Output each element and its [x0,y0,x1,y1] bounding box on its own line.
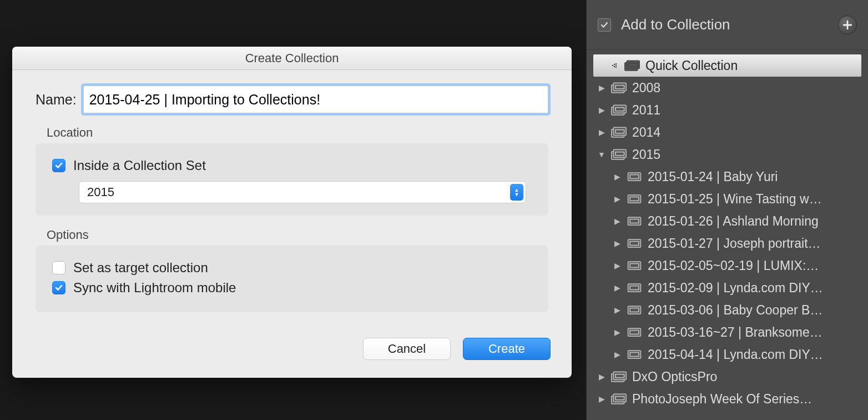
tree-item-label: 2015-01-24 | Baby Yuri [648,169,778,184]
collection-row[interactable]: ▶ 2015-02-09 | Lynda.com DIY… [593,277,861,299]
select-arrows-icon: ▲▼ [510,184,523,201]
collection-row[interactable]: ▶ 2015-03-16~27 | Branksome… [593,321,861,343]
create-button[interactable]: Create [463,338,551,360]
collection-row[interactable]: ▶ 2015-01-27 | Joseph portrait… [593,232,861,254]
collection-set-icon [611,149,627,160]
disclosure-triangle-icon[interactable]: ▶ [598,106,605,114]
svg-point-5 [615,67,617,68]
tree-item-label: Quick Collection [645,58,738,73]
disclosure-triangle-icon[interactable]: ▶ [613,283,621,292]
checkmark-icon [600,21,609,29]
tree-item-label: 2011 [632,103,660,118]
disclosure-triangle-icon[interactable]: ▶ [613,239,621,248]
disclosure-triangle-icon[interactable]: ▶ [613,261,621,270]
dialog-title: Create Collection [12,47,572,70]
select-value: 2015 [87,185,114,199]
tree-item-label: 2015-03-16~27 | Branksome… [648,325,822,340]
tree-item-label: PhotoJoseph Week Of Series… [632,392,812,407]
disclosure-triangle-icon[interactable]: ▶ [613,194,621,203]
collection-set-select[interactable]: 2015 ▲▼ [79,181,526,203]
cancel-button[interactable]: Cancel [363,338,451,360]
inside-collection-set-label: Inside a Collection Set [73,158,206,173]
sync-mobile-label: Sync with Lightroom mobile [73,280,236,296]
collection-icon [627,282,642,293]
tree-item-label: 2015-02-05~02-19 | LUMIX:… [648,258,819,273]
checkmark-icon [54,161,63,170]
add-to-collection-checkbox[interactable] [598,18,611,32]
tree-item-label: 2015 [632,147,660,162]
collection-icon [627,193,642,204]
tree-item-label: 2015-02-09 | Lynda.com DIY… [648,281,823,296]
collection-icon [627,238,642,249]
disclosure-triangle-icon[interactable]: ▼ [598,150,605,159]
disclosure-triangle-icon[interactable]: ▶ [613,350,621,359]
disclosure-triangle-icon[interactable]: ▶ [613,306,621,314]
collection-name-input[interactable] [83,86,548,113]
tree-item-label: 2015-04-14 | Lynda.com DIY… [648,347,823,362]
disclosure-triangle-icon[interactable]: ▶ [598,83,605,92]
options-group: Set as target collection Sync with Light… [36,246,548,312]
collection-set-row[interactable]: ▼ 2015 [593,143,861,166]
collection-set-row[interactable]: ▶ 2011 [593,99,861,121]
collection-set-icon [624,60,640,71]
collection-set-icon [611,371,627,382]
collection-icon [627,304,642,316]
disclosure-triangle-icon[interactable]: ▶ [613,328,621,337]
collection-row[interactable]: ▶ 2015-02-05~02-19 | LUMIX:… [593,254,861,277]
svg-point-1 [614,64,615,65]
plus-icon [842,20,852,30]
target-collection-label: Set as target collection [73,260,208,276]
create-collection-dialog: Create Collection Name: Location Inside … [12,47,572,378]
tree-item-label: 2015-01-26 | Ashland Morning [648,214,819,229]
collection-row[interactable]: ▶ 2015-04-14 | Lynda.com DIY… [593,343,861,366]
collection-icon [627,349,642,360]
options-section-label: Options [47,228,548,242]
collections-panel: Add to Collection Quick Collection▶ 2008… [586,0,868,420]
disclosure-triangle-icon[interactable]: ▶ [613,172,621,181]
svg-point-3 [615,63,617,64]
location-section-label: Location [47,126,548,140]
collections-tree: Quick Collection▶ 2008▶ 2011▶ 2014▼ 2015… [587,50,868,410]
target-collection-checkbox[interactable] [52,261,65,274]
tree-item-label: 2015-03-06 | Baby Cooper B… [648,303,822,318]
dialog-body: Name: Location Inside a Collection Set 2… [12,70,572,312]
collection-row[interactable]: ▶ 2015-01-26 | Ashland Morning [593,210,861,232]
panel-title: Add to Collection [621,16,838,33]
collection-icon [627,171,642,182]
collection-set-icon [611,104,627,116]
svg-point-4 [615,65,617,66]
name-label: Name: [36,92,77,108]
collection-set-icon [611,127,627,138]
disclosure-triangle-icon[interactable]: ▶ [613,217,621,226]
collection-row[interactable]: ▶ 2015-01-24 | Baby Yuri [593,166,861,188]
sync-mobile-checkbox[interactable] [52,281,65,294]
collection-set-row[interactable]: ▶ 2014 [593,121,861,143]
tree-item-label: 2008 [632,81,660,96]
tree-item-label: 2015-01-27 | Joseph portrait… [648,236,821,251]
tree-item-label: 2014 [632,125,660,140]
disclosure-triangle-icon[interactable]: ▶ [598,394,605,403]
svg-point-0 [612,65,613,66]
collection-icon [627,327,642,338]
panel-header: Add to Collection [587,0,868,50]
inside-collection-set-checkbox[interactable] [52,159,65,172]
tree-item-label: DxO OpticsPro [632,369,717,384]
location-group: Inside a Collection Set 2015 ▲▼ [36,143,548,216]
collection-set-row[interactable]: ▶ PhotoJoseph Week Of Series… [593,388,861,410]
add-collection-button[interactable] [838,16,857,34]
target-dots-icon [611,62,619,69]
collection-row[interactable]: ▶ 2015-03-06 | Baby Cooper B… [593,299,861,321]
collection-set-icon [611,82,627,93]
collection-row[interactable]: ▶ 2015-01-25 | Wine Tasting w… [593,188,861,210]
svg-point-2 [614,66,615,67]
disclosure-triangle-icon[interactable]: ▶ [598,372,605,381]
tree-item-label: 2015-01-25 | Wine Tasting w… [648,192,822,207]
collection-set-icon [611,393,627,404]
collection-set-row[interactable]: ▶ DxO OpticsPro [593,366,861,388]
disclosure-triangle-icon[interactable]: ▶ [598,128,605,137]
collection-icon [627,216,642,227]
quick-collection-row[interactable]: Quick Collection [593,54,861,77]
checkmark-icon [54,283,63,292]
collection-set-row[interactable]: ▶ 2008 [593,77,861,99]
collection-icon [627,260,642,271]
